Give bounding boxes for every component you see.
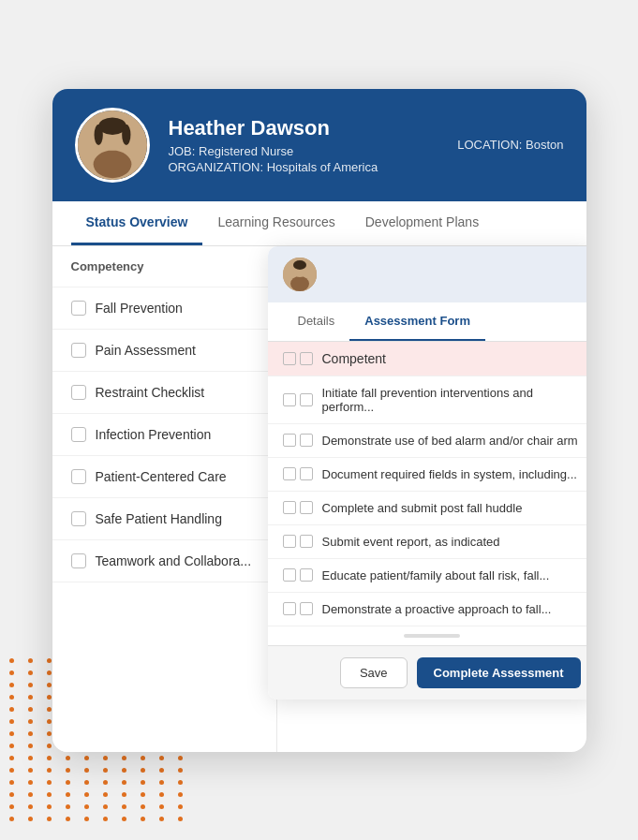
safe-patient-label: Safe Patient Handling <box>96 511 222 526</box>
row1-check-1[interactable] <box>283 393 296 406</box>
assessment-row-3[interactable]: Document required fields in system, incl… <box>268 458 586 492</box>
profile-header: Heather Dawson JOB: Registered Nurse ORG… <box>52 89 586 201</box>
dot <box>141 817 145 821</box>
sidebar-item-teamwork[interactable]: Teamwork and Collabora... <box>52 540 276 582</box>
assessment-row-5[interactable]: Submit event report, as indicated <box>268 525 586 559</box>
sidebar-header: Competency <box>52 246 276 287</box>
scroll-indicator <box>404 634 460 638</box>
content-area: Competency Fall Prevention Pain Assessme… <box>52 246 586 752</box>
dot <box>122 804 126 809</box>
panel-tab-assessment[interactable]: Assessment Form <box>349 302 485 341</box>
safe-patient-checkbox[interactable] <box>71 511 86 526</box>
teamwork-checkbox[interactable] <box>71 553 86 568</box>
row4-check-1[interactable] <box>283 501 296 514</box>
dot <box>122 756 126 760</box>
infection-prevention-checkbox[interactable] <box>71 427 86 442</box>
assessment-row-1[interactable]: Initiate fall prevention interventions a… <box>268 376 586 424</box>
dot <box>178 804 183 809</box>
competent-checks <box>283 352 313 365</box>
row1-check-2[interactable] <box>300 393 313 406</box>
patient-centered-checkbox[interactable] <box>71 469 86 484</box>
avatar-image <box>78 111 147 180</box>
row7-check-1[interactable] <box>283 602 296 615</box>
assessment-list: Competent Initiate fall prevention inter… <box>268 342 586 626</box>
complete-assessment-button[interactable]: Complete Assessment <box>417 657 581 688</box>
pain-assessment-label: Pain Assessment <box>96 343 196 358</box>
competent-row[interactable]: Competent <box>268 342 586 376</box>
panel-tabs: Details Assessment Form <box>268 302 586 342</box>
dot <box>28 683 33 687</box>
row7-check-2[interactable] <box>300 602 313 615</box>
dot <box>28 695 33 700</box>
dot <box>159 768 164 773</box>
user-location: LOCATION: Boston <box>457 138 563 152</box>
job-label: JOB: <box>169 144 196 158</box>
row3-check-1[interactable] <box>283 467 296 480</box>
dot <box>9 695 14 700</box>
row2-check-2[interactable] <box>300 434 313 447</box>
dot <box>47 695 52 700</box>
teamwork-label: Teamwork and Collabora... <box>96 553 252 568</box>
row3-check-2[interactable] <box>300 467 313 480</box>
row5-check-1[interactable] <box>283 535 296 548</box>
org-value: Hospitals of America <box>267 160 378 174</box>
assessment-row-6[interactable]: Educate patient/family about fall risk, … <box>268 559 586 593</box>
save-button[interactable]: Save <box>340 657 408 688</box>
location-value: Boston <box>526 138 563 152</box>
sidebar-item-restraint-checklist[interactable]: Restraint Checklist <box>52 372 276 414</box>
dot <box>159 817 164 821</box>
dot <box>28 658 33 663</box>
dot <box>66 756 70 760</box>
pain-assessment-checkbox[interactable] <box>71 343 86 358</box>
assessment-row-2[interactable]: Demonstrate use of bed alarm and/or chai… <box>268 424 586 458</box>
sidebar-item-fall-prevention[interactable]: Fall Prevention <box>52 287 276 330</box>
competent-check-2[interactable] <box>300 352 313 365</box>
dot <box>47 658 52 663</box>
svg-point-4 <box>94 124 102 144</box>
fall-prevention-label: Fall Prevention <box>96 301 183 316</box>
row3-checks <box>283 467 313 480</box>
row2-checks <box>283 434 313 447</box>
dot <box>9 731 14 736</box>
row6-check-1[interactable] <box>283 568 296 582</box>
dot <box>141 756 145 760</box>
row2-check-1[interactable] <box>283 434 296 447</box>
dot <box>9 780 14 785</box>
dot <box>9 804 14 809</box>
competent-check-1[interactable] <box>283 352 296 365</box>
dot <box>141 780 145 785</box>
fall-prevention-checkbox[interactable] <box>71 301 86 316</box>
tab-learning-resources[interactable]: Learning Resources <box>202 201 349 245</box>
tab-development-plans[interactable]: Development Plans <box>350 201 494 245</box>
panel-tab-details[interactable]: Details <box>283 302 350 341</box>
row5-check-2[interactable] <box>300 535 313 548</box>
row7-checks <box>283 602 313 615</box>
org-label: ORGANIZATION: <box>169 160 264 174</box>
dot <box>28 707 33 712</box>
tab-status-overview[interactable]: Status Overview <box>71 201 203 245</box>
row4-check-2[interactable] <box>300 501 313 514</box>
sidebar-item-infection-prevention[interactable]: Infection Prevention <box>52 414 276 456</box>
row6-check-2[interactable] <box>300 568 313 582</box>
assessment-row-7[interactable]: Demonstrate a proactive approach to fall… <box>268 593 586 626</box>
infection-prevention-label: Infection Prevention <box>96 427 212 442</box>
dot <box>178 756 183 760</box>
panel-header <box>268 246 586 302</box>
dot <box>159 780 164 785</box>
sidebar-item-patient-centered[interactable]: Patient-Centered Care <box>52 456 276 498</box>
dot <box>28 768 33 773</box>
dot <box>84 780 89 785</box>
restraint-checklist-checkbox[interactable] <box>71 385 86 400</box>
sidebar-item-pain-assessment[interactable]: Pain Assessment <box>52 330 276 372</box>
row1-label: Initiate fall prevention interventions a… <box>322 386 581 414</box>
dot <box>84 768 89 773</box>
assessment-row-4[interactable]: Complete and submit post fall huddle <box>268 492 586 525</box>
dot <box>159 804 164 809</box>
row5-checks <box>283 535 313 548</box>
row3-label: Document required fields in system, incl… <box>322 467 581 481</box>
dot <box>28 756 33 760</box>
dot <box>66 792 70 797</box>
sidebar-item-safe-patient[interactable]: Safe Patient Handling <box>52 498 276 540</box>
competent-label: Competent <box>322 351 581 366</box>
job-value: Registered Nurse <box>199 144 293 158</box>
